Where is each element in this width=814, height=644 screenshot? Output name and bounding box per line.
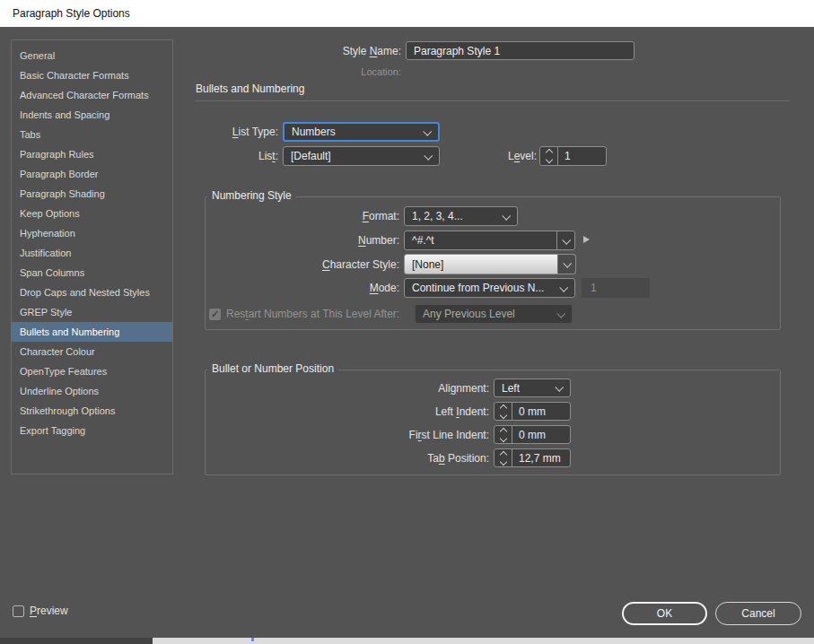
stepper-arrows[interactable] xyxy=(495,449,512,466)
chevron-down-icon xyxy=(424,151,433,160)
sidebar-item-underline-options[interactable]: Underline Options xyxy=(12,381,172,401)
alignment-label: Alignment: xyxy=(438,382,489,395)
tab-position-value: 12,7 mm xyxy=(512,452,561,465)
character-style-label: Character Style: xyxy=(322,258,399,271)
first-line-indent-value: 0 mm xyxy=(512,429,546,441)
mode-start-number-field: 1 xyxy=(582,278,650,298)
style-name-label: Style Name: xyxy=(343,45,401,57)
stepper-arrows[interactable] xyxy=(495,403,512,420)
number-value: ^#.^t xyxy=(405,234,556,247)
chevron-down-icon xyxy=(559,283,568,292)
level-value: 1 xyxy=(558,150,571,162)
sidebar-item-general[interactable]: General xyxy=(12,46,172,65)
sidebar-item-opentype-features[interactable]: OpenType Features xyxy=(12,361,172,381)
sidebar-item-justification[interactable]: Justification xyxy=(12,243,172,263)
alignment-dropdown[interactable]: Left xyxy=(494,379,571,397)
sidebar-item-tabs[interactable]: Tabs xyxy=(12,125,172,144)
level-stepper[interactable]: 1 xyxy=(539,146,607,166)
format-label: Format: xyxy=(363,210,399,222)
tab-position-label: Tab Position: xyxy=(427,452,489,465)
background-app-dark-segment xyxy=(0,638,153,644)
list-type-label: List Type: xyxy=(232,126,278,138)
character-style-dropdown[interactable]: [None] xyxy=(404,254,576,274)
section-separator xyxy=(196,100,790,101)
window-title: Paragraph Style Options xyxy=(13,7,130,20)
list-type-dropdown[interactable]: Numbers xyxy=(283,122,440,142)
numbering-style-legend: Numbering Style xyxy=(207,189,296,202)
restart-level-dropdown: Any Previous Level xyxy=(415,304,573,324)
sidebar-item-indents-and-spacing[interactable]: Indents and Spacing xyxy=(12,105,172,125)
left-indent-label: Left Indent: xyxy=(435,405,489,418)
sidebar-item-basic-character-formats[interactable]: Basic Character Formats xyxy=(12,65,172,85)
combo-arrow-button[interactable] xyxy=(557,255,575,274)
level-label: Level: xyxy=(508,150,537,162)
sidebar-item-export-tagging[interactable]: Export Tagging xyxy=(12,421,172,440)
left-indent-value: 0 mm xyxy=(512,405,546,418)
preview-toggle[interactable]: Preview xyxy=(13,603,68,619)
cancel-button[interactable]: Cancel xyxy=(715,602,801,625)
sidebar-item-drop-caps-and-nested-styles[interactable]: Drop Caps and Nested Styles xyxy=(12,283,172,302)
chevron-down-icon xyxy=(502,211,511,220)
list-type-value: Numbers xyxy=(284,126,420,138)
chevron-down-icon xyxy=(563,259,572,268)
background-app-cursor-mark xyxy=(251,638,254,641)
position-group xyxy=(205,370,781,475)
chevron-down-icon xyxy=(545,156,552,163)
title-bar: Paragraph Style Options xyxy=(0,0,814,27)
format-dropdown[interactable]: 1, 2, 3, 4... xyxy=(404,206,518,226)
first-line-indent-label: First Line Indent: xyxy=(409,429,489,441)
stepper-arrows[interactable] xyxy=(540,147,558,165)
chevron-down-icon xyxy=(556,309,565,318)
chevron-down-icon xyxy=(555,383,564,392)
restart-checkbox: ✓ xyxy=(209,309,221,320)
chevron-down-icon xyxy=(499,457,506,465)
tab-position-stepper[interactable]: 12,7 mm xyxy=(494,448,571,467)
check-icon: ✓ xyxy=(211,309,219,319)
position-legend: Bullet or Number Position xyxy=(207,362,338,375)
alignment-value: Left xyxy=(495,382,552,395)
format-value: 1, 2, 3, 4... xyxy=(405,210,499,222)
list-label: List: xyxy=(258,150,278,162)
number-combo[interactable]: ^#.^t xyxy=(404,231,575,250)
mode-dropdown[interactable]: Continue from Previous N... xyxy=(404,278,575,298)
sidebar-item-paragraph-shading[interactable]: Paragraph Shading xyxy=(12,184,172,204)
list-value: [Default] xyxy=(284,150,421,162)
restart-level-value: Any Previous Level xyxy=(416,308,554,320)
sidebar-item-paragraph-border[interactable]: Paragraph Border xyxy=(12,164,172,184)
chevron-down-icon xyxy=(562,235,571,244)
sidebar-item-paragraph-rules[interactable]: Paragraph Rules xyxy=(12,144,172,164)
ok-button[interactable]: OK xyxy=(622,602,707,625)
mode-label: Mode: xyxy=(370,282,399,294)
chevron-down-icon xyxy=(499,411,506,418)
character-style-value: [None] xyxy=(405,258,557,271)
background-app-strip xyxy=(0,638,814,644)
first-line-indent-stepper[interactable]: 0 mm xyxy=(494,425,571,444)
sidebar-item-advanced-character-formats[interactable]: Advanced Character Formats xyxy=(12,85,172,105)
sidebar-item-hyphenation[interactable]: Hyphenation xyxy=(12,223,172,243)
sidebar-item-grep-style[interactable]: GREP Style xyxy=(12,302,172,322)
preview-label: Preview xyxy=(30,605,68,617)
sidebar-item-character-colour[interactable]: Character Colour xyxy=(12,342,172,361)
left-indent-stepper[interactable]: 0 mm xyxy=(494,402,571,421)
page-title: Bullets and Numbering xyxy=(196,83,304,95)
list-dropdown[interactable]: [Default] xyxy=(283,146,440,166)
chevron-down-icon xyxy=(499,434,506,441)
combo-arrow-button[interactable] xyxy=(556,231,574,249)
style-name-input[interactable] xyxy=(406,41,635,60)
preview-checkbox[interactable] xyxy=(13,605,24,617)
location-label: Location: xyxy=(361,66,401,77)
mode-value: Continue from Previous N... xyxy=(405,282,556,294)
sidebar: GeneralBasic Character FormatsAdvanced C… xyxy=(11,39,173,474)
stepper-arrows[interactable] xyxy=(495,426,512,443)
number-flyout-icon[interactable] xyxy=(583,236,590,243)
sidebar-item-bullets-and-numbering[interactable]: Bullets and Numbering xyxy=(12,322,172,342)
sidebar-item-span-columns[interactable]: Span Columns xyxy=(12,263,172,283)
restart-label: Restart Numbers at This Level After: xyxy=(226,308,399,320)
mode-start-number-value: 1 xyxy=(591,282,597,294)
chevron-down-icon xyxy=(423,126,432,135)
sidebar-item-keep-options[interactable]: Keep Options xyxy=(12,204,172,223)
sidebar-item-strikethrough-options[interactable]: Strikethrough Options xyxy=(12,401,172,421)
number-label: Number: xyxy=(358,234,399,247)
